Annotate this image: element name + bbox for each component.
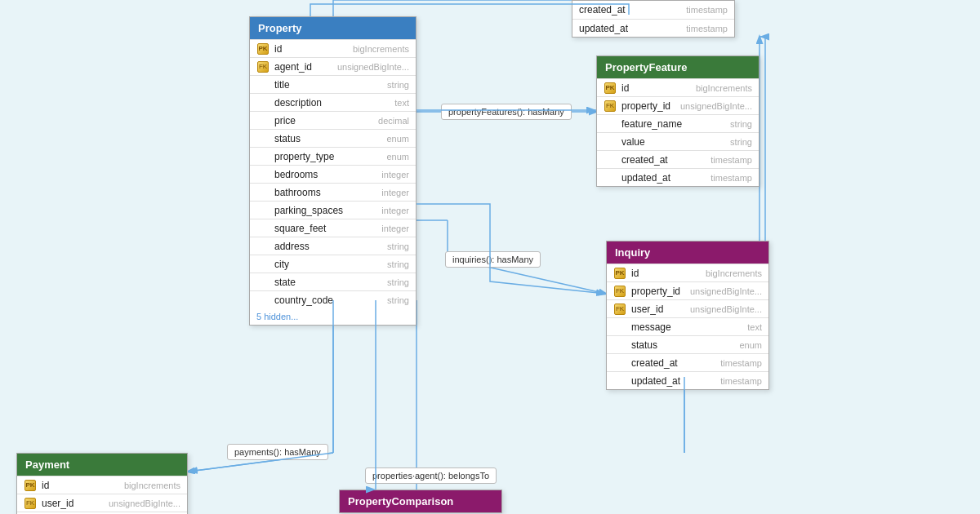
table-row: PK id bigIncrements <box>17 476 187 494</box>
pk-icon: PK <box>613 267 626 280</box>
inquiry-table: Inquiry PK id bigIncrements FK property_… <box>606 241 769 390</box>
payment-table: Payment PK id bigIncrements FK user_id u… <box>16 453 188 514</box>
table-row: PK id bigIncrements <box>250 39 416 57</box>
table-row: square_feet integer <box>250 219 416 237</box>
inquiries-relation-label: inquiries(): hasMany <box>445 251 541 268</box>
table-row: message text <box>607 317 768 335</box>
fk-icon: FK <box>613 285 626 298</box>
table-row: created_at timestamp <box>607 353 768 371</box>
table-row: country_code string <box>250 290 416 308</box>
table-row: PK id bigIncrements <box>607 264 768 281</box>
pk-icon: PK <box>256 42 270 55</box>
table-row: title string <box>250 75 416 93</box>
table-row: address string <box>250 237 416 255</box>
property-comparison-table-header: PropertyComparison <box>340 490 501 512</box>
table-row: updated_at timestamp <box>597 168 759 186</box>
fk-icon: FK <box>256 60 270 73</box>
table-row: FK property_id unsignedBigInte... <box>597 96 759 114</box>
table-row: created_at timestamp <box>572 1 734 19</box>
table-row: city string <box>250 255 416 273</box>
fk-icon: FK <box>613 303 626 316</box>
property-features-relation-label: propertyFeatures(): hasMany <box>441 104 572 120</box>
table-row: PK id bigIncrements <box>597 78 759 96</box>
top-partial-table: created_at timestamp updated_at timestam… <box>572 0 735 38</box>
inquiry-table-header: Inquiry <box>607 241 768 264</box>
property-comparison-table: PropertyComparison <box>339 490 502 513</box>
table-row: parking_spaces integer <box>250 201 416 219</box>
property-feature-table-header: PropertyFeature <box>597 56 759 78</box>
payments-relation-label: payments(): hasMany <box>227 444 328 460</box>
fk-icon: FK <box>24 497 37 510</box>
table-row: property_type enum <box>250 147 416 165</box>
table-row: value string <box>597 132 759 150</box>
property-table-header: Property <box>250 17 416 39</box>
table-row: description text <box>250 93 416 111</box>
table-row: FK user_id unsignedBigInte... <box>17 494 187 512</box>
table-row: FK property_id unsignedBigInte... <box>607 281 768 299</box>
table-row: feature_name string <box>597 114 759 132</box>
table-row: status enum <box>607 335 768 353</box>
pk-icon: PK <box>604 82 617 95</box>
table-row: bedrooms integer <box>250 165 416 183</box>
hidden-fields-link[interactable]: 5 hidden... <box>250 308 416 325</box>
table-row: updated_at timestamp <box>572 19 734 37</box>
property-feature-table: PropertyFeature PK id bigIncrements FK p… <box>596 55 760 187</box>
properties-agent-relation-label: properties·agent(): belongsTo <box>365 467 497 484</box>
table-row: updated_at timestamp <box>607 371 768 389</box>
payment-table-header: Payment <box>17 454 187 476</box>
table-row: created_at timestamp <box>597 150 759 168</box>
table-row: FK agent_id unsignedBigInte... <box>250 57 416 75</box>
table-row: bathrooms integer <box>250 183 416 201</box>
table-row: state string <box>250 273 416 290</box>
table-row: status enum <box>250 129 416 147</box>
property-table: Property PK id bigIncrements FK agent_id… <box>249 16 416 326</box>
table-row: price decimal <box>250 111 416 129</box>
table-row: FK user_id unsignedBigInte... <box>607 299 768 317</box>
pk-icon: PK <box>24 479 37 492</box>
fk-icon: FK <box>604 100 617 113</box>
